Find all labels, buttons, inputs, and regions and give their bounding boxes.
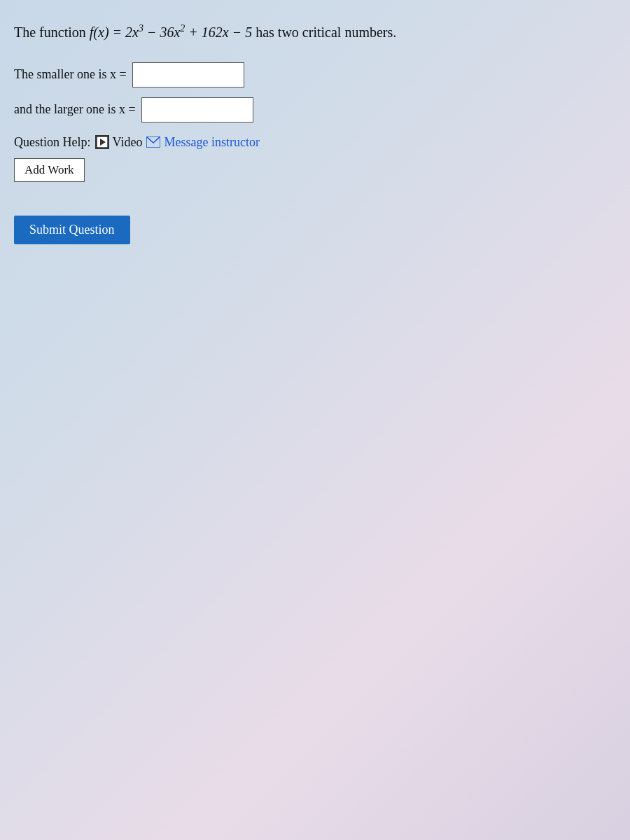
question-suffix: has two critical numbers.	[255, 24, 396, 40]
larger-input-row: and the larger one is x =	[14, 97, 616, 122]
envelope-icon	[146, 136, 160, 148]
play-icon	[95, 135, 109, 149]
add-work-container: Add Work	[14, 158, 616, 199]
add-work-button[interactable]: Add Work	[14, 158, 85, 182]
video-button[interactable]: Video	[95, 135, 143, 150]
smaller-value-input[interactable]	[132, 62, 244, 88]
smaller-input-row: The smaller one is x =	[14, 62, 616, 88]
smaller-label: The smaller one is x =	[14, 67, 127, 82]
larger-value-input[interactable]	[141, 97, 253, 122]
question-text: The function f(x) = 2x3 − 36x2 + 162x − …	[14, 21, 616, 43]
question-prefix: The function	[14, 24, 90, 40]
video-label: Video	[113, 135, 143, 150]
message-label: Message instructor	[164, 135, 259, 150]
message-instructor-button[interactable]: Message instructor	[146, 135, 259, 150]
help-label: Question Help:	[14, 135, 91, 150]
submit-question-button[interactable]: Submit Question	[14, 216, 130, 244]
submit-container: Submit Question	[14, 216, 616, 244]
question-help-row: Question Help: Video Message instructor	[14, 135, 616, 150]
function-expression: f(x) = 2x3 − 36x2 + 162x − 5	[90, 24, 255, 40]
larger-label: and the larger one is x =	[14, 102, 136, 117]
